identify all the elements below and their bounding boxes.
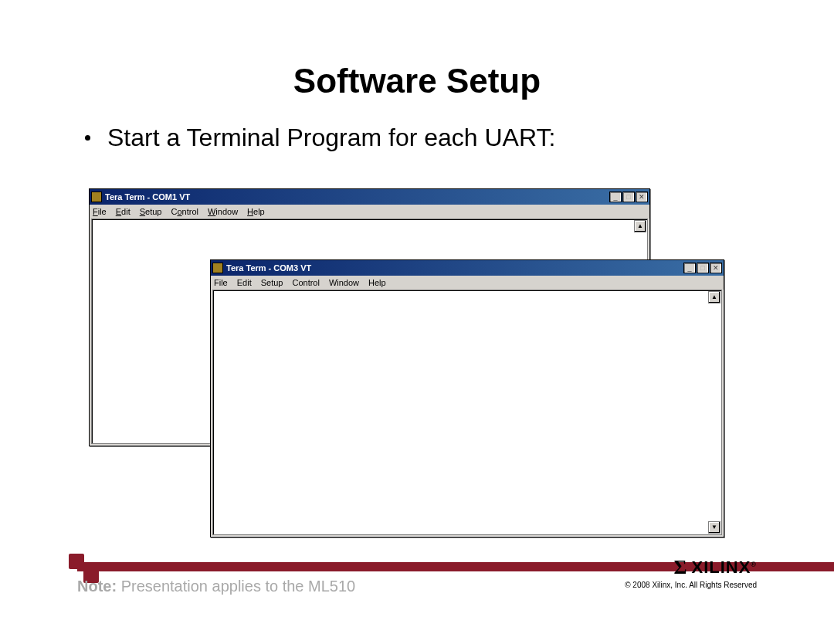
- menu-file[interactable]: File: [214, 278, 228, 287]
- menu-window[interactable]: Window: [208, 207, 238, 216]
- minimize-button[interactable]: _: [609, 192, 622, 202]
- scroll-down-button[interactable]: ▼: [708, 521, 720, 534]
- menu-help[interactable]: Help: [247, 207, 265, 216]
- maximize-button[interactable]: □: [622, 192, 635, 202]
- menu-setup[interactable]: Setup: [140, 207, 162, 216]
- xilinx-logo: Σ XILINX®: [673, 556, 757, 579]
- sigma-icon: Σ: [673, 556, 687, 579]
- menubar: File Edit Setup Control Window Help: [90, 205, 649, 219]
- menu-window[interactable]: Window: [329, 278, 359, 287]
- bullet-text: Start a Terminal Program for each UART:: [107, 124, 555, 152]
- app-icon: [91, 192, 102, 202]
- minimize-button[interactable]: _: [683, 263, 696, 273]
- menu-setup[interactable]: Setup: [261, 278, 283, 287]
- window-title: Tera Term - COM1 VT: [105, 192, 609, 202]
- menu-file[interactable]: File: [93, 207, 107, 216]
- menu-control[interactable]: Control: [292, 278, 319, 287]
- menubar: File Edit Setup Control Window Help: [211, 276, 724, 290]
- terminal-client-area[interactable]: ▲ ▼: [212, 290, 722, 535]
- titlebar[interactable]: Tera Term - COM3 VT _ □ ✕: [211, 260, 724, 276]
- scroll-up-button[interactable]: ▲: [634, 220, 646, 232]
- bullet-item: Start a Terminal Program for each UART:: [85, 124, 834, 152]
- terminal-window-com3: Tera Term - COM3 VT _ □ ✕ File Edit Setu…: [210, 259, 724, 537]
- note-text: Presentation applies to the ML510: [117, 578, 355, 595]
- app-icon: [212, 263, 223, 273]
- bullet-dot-icon: [85, 135, 90, 141]
- close-button[interactable]: ✕: [636, 192, 648, 202]
- footer-note: Note: Presentation applies to the ML510: [77, 578, 355, 595]
- scroll-up-button[interactable]: ▲: [708, 291, 720, 303]
- slide-title: Software Setup: [0, 62, 834, 100]
- menu-edit[interactable]: Edit: [116, 207, 131, 216]
- menu-help[interactable]: Help: [368, 278, 386, 287]
- window-title: Tera Term - COM3 VT: [226, 263, 683, 273]
- titlebar[interactable]: Tera Term - COM1 VT _ □ ✕: [90, 189, 649, 205]
- copyright-text: © 2008 Xilinx, Inc. All Rights Reserved: [625, 581, 757, 589]
- close-button[interactable]: ✕: [710, 263, 722, 273]
- menu-edit[interactable]: Edit: [237, 278, 252, 287]
- maximize-button[interactable]: □: [697, 263, 709, 273]
- note-label: Note:: [77, 578, 117, 595]
- menu-control[interactable]: Control: [171, 207, 198, 216]
- logo-text: XILINX®: [691, 558, 757, 578]
